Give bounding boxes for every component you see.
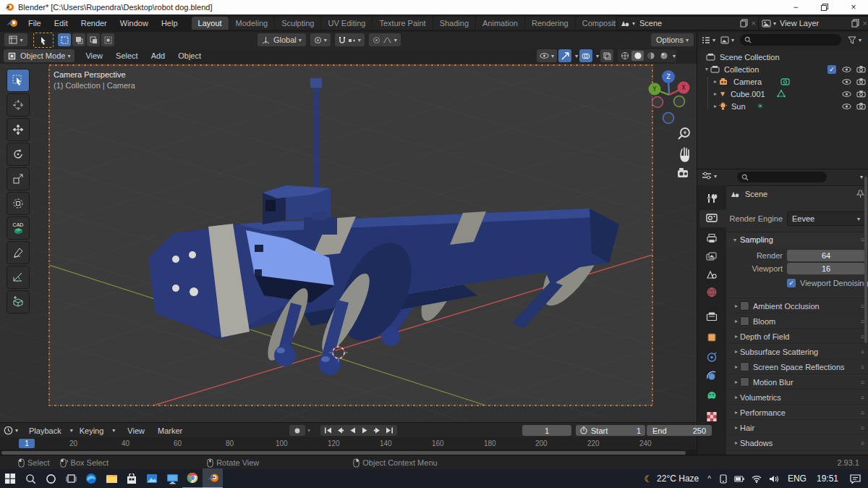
chevron-down-icon[interactable]: ▾ [307,427,310,434]
section-checkbox[interactable] [740,362,749,371]
chevron-down-icon[interactable]: ▾ [596,53,599,59]
select-mode-extend-button[interactable] [72,33,85,46]
tab-physics[interactable] [706,371,718,383]
photos-icon[interactable] [142,469,162,488]
view-layer-selector[interactable]: ▾ View Layer × [758,16,868,30]
section-subsurface-scattering[interactable]: ▸Subsurface Scattering≡ [726,343,868,359]
tab-world[interactable] [706,287,718,299]
section-checkbox[interactable] [740,316,749,326]
close-button[interactable]: × [839,0,868,14]
tab-collection-props[interactable] [706,311,718,323]
tab-object-data[interactable] [706,390,718,402]
menu-edit[interactable]: Edit [48,19,75,28]
tab-scene[interactable] [706,269,718,281]
collection-checkbox[interactable]: ✓ [827,65,836,74]
render-engine-dropdown[interactable]: Eevee ▾ [787,211,865,226]
section-performance[interactable]: ▸Performance≡ [726,404,868,420]
show-overlays-toggle[interactable] [579,49,592,62]
viewport-canvas[interactable]: Camera Perspective (1) Collection | Came… [0,64,697,422]
outliner-filter-dropdown[interactable]: ▾ [720,36,734,44]
disclosure-triangle-icon[interactable]: ▸ [712,103,719,109]
notification-center-icon[interactable] [850,474,861,484]
tab-texture[interactable] [706,411,718,424]
outliner-label[interactable]: Collection [724,65,759,74]
panel-grip-icon[interactable]: ≡ [861,363,864,371]
start-button[interactable] [0,469,20,488]
menu-render[interactable]: Render [75,19,114,28]
outliner-label[interactable]: Scene Collection [720,53,780,62]
playhead-current-frame[interactable]: 1 [19,439,35,448]
pivot-point-dropdown[interactable]: ▾ [310,33,331,46]
disclosure-triangle-icon[interactable]: ▸ [712,91,719,97]
next-keyframe-button[interactable] [371,426,383,436]
frame-start-field[interactable]: Start 1 [576,425,645,436]
object-visibility-dropdown[interactable]: ▾ [537,49,557,62]
sampling-title[interactable]: Sampling [740,235,773,244]
viewport-samples-field[interactable]: 16 [787,263,865,274]
minimize-button[interactable]: − [781,0,810,14]
file-explorer-icon[interactable] [101,469,122,488]
show-gizmo-toggle[interactable] [558,49,571,62]
select-mode-intersect-button[interactable] [101,33,114,46]
xray-toggle[interactable] [600,49,613,62]
new-scene-icon[interactable] [740,19,748,28]
panel-grip-icon[interactable]: ≡ [861,439,864,447]
pin-icon[interactable] [856,190,864,198]
chevron-down-icon[interactable]: ▾ [575,53,578,59]
section-volumetrics[interactable]: ▸Volumetrics≡ [726,389,868,405]
scene-selector[interactable]: ▾ Scene × [616,16,760,30]
pan-view-hand-button[interactable] [681,148,689,161]
render-visibility-camera-icon[interactable] [856,65,866,73]
chrome-icon[interactable] [182,468,203,488]
volume-icon[interactable] [769,475,779,483]
frame-end-field[interactable]: End250 [647,425,712,436]
tab-constraints[interactable] [706,352,718,364]
tab-rendering[interactable]: Rendering [525,17,575,30]
outliner-row-sun[interactable]: ▸ Sun ☀ [712,100,866,112]
unlink-scene-icon[interactable]: × [752,19,756,28]
auto-keying-record-button[interactable] [289,425,305,436]
shading-material-button[interactable] [644,51,657,61]
clock[interactable]: 19:51 [817,474,838,484]
timeline-menu-marker[interactable]: Marker [151,426,189,435]
panel-grip-icon[interactable]: ≡ [861,394,864,401]
tab-texture-paint[interactable]: Texture Paint [373,17,432,30]
wifi-icon[interactable] [752,475,762,483]
snap-toggle-dropdown[interactable]: ▾ [335,33,365,46]
properties-scrollbar[interactable] [864,177,867,343]
shading-solid-button[interactable] [631,51,644,61]
tab-layout[interactable]: Layout [192,17,229,30]
tab-view-layer[interactable] [706,252,718,264]
outliner-search-input[interactable] [740,34,841,46]
sampling-panel-header[interactable]: ▾ Sampling ≡ [726,232,868,247]
microsoft-store-icon[interactable] [122,469,142,488]
section-depth-of-field[interactable]: ▸Depth of Field≡ [726,328,868,344]
outliner-label[interactable]: Sun [731,102,746,111]
shading-rendered-button[interactable] [658,51,670,61]
outliner-row-cube001[interactable]: ▸ ▼ Cube.001 [712,88,866,100]
orientation-gizmo[interactable]: Z Y X [649,70,690,124]
language-indicator[interactable]: ENG [788,474,807,484]
outliner-row-scene-collection[interactable]: Scene Collection [706,51,780,63]
tray-expand-chevron-icon[interactable]: ^ [707,475,711,483]
eye-icon[interactable] [842,103,851,110]
camera-view-button[interactable] [678,168,688,177]
jump-to-start-button[interactable] [322,426,334,436]
zoom-view-button[interactable] [678,128,689,139]
section-hair[interactable]: ▸Hair≡ [726,419,868,435]
section-checkbox[interactable] [740,377,749,387]
breadcrumb-label[interactable]: Scene [745,190,767,198]
tab-tool[interactable] [706,193,718,206]
menu-window[interactable]: Window [114,19,155,28]
outliner-label[interactable]: Cube.001 [731,90,765,98]
disclosure-triangle-icon[interactable]: ▸ [712,78,719,85]
blender-menu-logo-icon[interactable] [6,18,19,28]
section-ambient-occlusion[interactable]: ▸Ambient Occlusion≡ [726,298,868,314]
select-mode-new-button[interactable] [58,33,71,46]
tab-sculpting[interactable]: Sculpting [275,17,320,30]
play-reverse-button[interactable] [346,426,359,436]
tool-cad-sketcher[interactable]: CAD [7,216,30,240]
remove-view-layer-icon[interactable]: × [863,19,867,28]
menu-file[interactable]: File [22,19,48,28]
render-samples-field[interactable]: 64 [787,250,865,261]
